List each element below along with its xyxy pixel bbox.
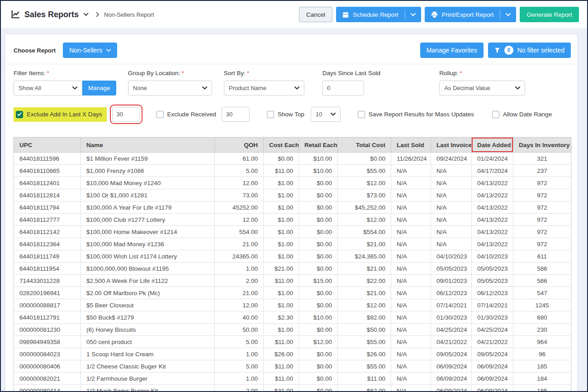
table-cell: N/A xyxy=(391,373,431,385)
filter-items-select[interactable]: Show All xyxy=(14,81,82,96)
group-by-location-select[interactable]: None xyxy=(128,81,212,96)
table-cell: $100,000 Wish List #1174 Lottery xyxy=(81,250,215,263)
rollup-select[interactable]: As Decimal Value xyxy=(439,81,525,96)
sales-reports-page: Sales Reports Non-Sellers Report Cancel … xyxy=(0,0,588,392)
column-header-total-cost[interactable]: Total Cost xyxy=(338,138,391,153)
show-top-value: 10 xyxy=(316,111,322,118)
group-by-location-label: Group By Location: xyxy=(128,70,180,76)
filter-status-button[interactable]: 0 No filter selected xyxy=(488,43,571,58)
table-cell: $1,000 Frenzy #1086 xyxy=(81,165,215,177)
table-cell: 21.00 xyxy=(215,238,264,250)
column-header-upc[interactable]: UPC xyxy=(14,138,81,153)
table-cell: 01/30/2023 xyxy=(472,311,513,324)
table-cell: 2.00 xyxy=(215,385,264,392)
table-cell: 644018111954 xyxy=(14,263,81,275)
table-cell: $5 Beer Closeout xyxy=(81,299,215,311)
rollup-value: As Decimal Value xyxy=(444,85,490,91)
days-since-last-sold-input[interactable] xyxy=(322,81,364,96)
table-cell: $0.00 xyxy=(299,189,338,201)
required-asterisk: * xyxy=(47,70,49,76)
allow-date-range-checkbox[interactable] xyxy=(492,111,499,118)
choose-report-label: Choose Report xyxy=(14,47,56,54)
column-header-last-invoice[interactable]: Last Invoice xyxy=(431,138,472,153)
table-cell: 185 xyxy=(513,385,571,392)
exclude-received-days-input[interactable] xyxy=(222,107,250,122)
exclude-add-checkbox[interactable] xyxy=(16,111,23,118)
report-type-dropdown[interactable]: Non-Sellers xyxy=(63,43,117,58)
table-cell: $22.00 xyxy=(338,275,391,287)
column-header-name[interactable]: Name xyxy=(81,138,215,153)
group-by-location-value: None xyxy=(133,85,147,91)
table-cell: N/A xyxy=(391,177,431,189)
report-panel: Choose Report Non-Sellers Manage Favorit… xyxy=(5,34,577,391)
table-cell: $0.00 xyxy=(338,153,391,165)
column-header-qoh[interactable]: QOH xyxy=(215,138,264,153)
table-cell: N/A xyxy=(431,238,472,250)
column-header-retail-each[interactable]: Retail Each xyxy=(299,138,338,153)
table-cell: N/A xyxy=(391,287,431,299)
table-cell: $1000,000,000 Blowout #1195 xyxy=(81,263,215,275)
generate-report-button[interactable]: Generate Report xyxy=(520,7,579,22)
table-cell: $11.00 xyxy=(264,165,299,177)
table-cell: 972 xyxy=(513,214,571,226)
table-row: 714433011228$2,500 A Week For Life #1122… xyxy=(14,275,571,287)
table-cell: $21.00 xyxy=(264,263,299,275)
table-cell: 73.00 xyxy=(215,189,264,201)
table-cell: $1 Million Fever #1159 xyxy=(81,153,215,165)
table-cell: 04/10/2023 xyxy=(431,250,472,263)
table-cell: 05/05/2023 xyxy=(472,275,513,287)
table-cell: $10.00 xyxy=(299,165,338,177)
schedule-report-dropdown[interactable] xyxy=(405,10,421,19)
table-cell: N/A xyxy=(391,324,431,336)
breadcrumb-current: Non-Sellers Report xyxy=(104,11,154,18)
table-row: 028200196941$2.00 Off Marlboro Pk (Mc)21… xyxy=(14,287,571,299)
column-header-last-sold[interactable]: Last Sold xyxy=(391,138,431,153)
print-export-label: Print/Export Report xyxy=(442,11,494,18)
table-cell: 972 xyxy=(513,177,571,189)
table-row: 644018112777$100,000 Club #1277 Lottery1… xyxy=(14,214,571,226)
table-cell: $21.00 xyxy=(338,263,391,275)
table-cell: $0.00 xyxy=(299,214,338,226)
manage-filter-items-button[interactable]: Manage xyxy=(82,81,116,96)
table-cell: $1.00 xyxy=(264,250,299,263)
print-export-dropdown[interactable] xyxy=(500,10,516,19)
table-cell: $100,000 A Year For Life #1179 xyxy=(81,201,215,214)
chevron-down-icon[interactable] xyxy=(83,13,89,16)
table-cell: 5.00 xyxy=(215,165,264,177)
table-row: 0000000840231 Scoop Hard Ice Cream1.00$2… xyxy=(14,348,571,360)
filter-count-badge: 0 xyxy=(504,46,513,55)
calendar-icon xyxy=(342,11,349,18)
table-cell: 40.00 xyxy=(215,311,264,324)
column-header-date-added[interactable]: Date Added xyxy=(472,138,513,153)
column-header-cost-each[interactable]: Cost Each xyxy=(264,138,299,153)
table-cell: 61.00 xyxy=(215,153,264,165)
table-cell: (6) Honey Biscuits xyxy=(81,324,215,336)
show-top-select[interactable]: 10 xyxy=(311,107,341,122)
table-row: 644018111596$1 Million Fever #115961.00$… xyxy=(14,153,571,165)
table-cell: 098984949358 xyxy=(14,336,81,348)
chevron-down-icon xyxy=(106,49,111,52)
table-cell: $0.00 xyxy=(299,226,338,238)
schedule-report-button[interactable]: Schedule Report xyxy=(336,7,421,22)
show-top-checkbox[interactable] xyxy=(267,111,274,118)
table-cell: $1.00 xyxy=(264,287,299,299)
table-cell: 06/09/2024 xyxy=(431,360,472,373)
exclude-received-checkbox[interactable] xyxy=(156,111,164,118)
cancel-button[interactable]: Cancel xyxy=(299,7,332,22)
table-cell: $12.00 xyxy=(338,214,391,226)
save-mass-updates-checkbox[interactable] xyxy=(358,111,365,118)
sort-by-select[interactable]: Product Name xyxy=(224,81,304,96)
exclude-add-days-input[interactable] xyxy=(112,107,140,122)
table-cell: N/A xyxy=(391,214,431,226)
print-export-button[interactable]: Print/Export Report xyxy=(425,7,517,22)
required-asterisk: * xyxy=(460,70,462,76)
table-cell: 06/09/2024 xyxy=(472,385,513,392)
table-cell: N/A xyxy=(391,360,431,373)
manage-favorites-button[interactable]: Manage Favorites xyxy=(420,43,484,58)
table-cell: $1.00 xyxy=(264,226,299,238)
table-row: 0000000820211/2 Farmhouse Burger1.00$11.… xyxy=(14,373,571,385)
column-header-days-in-inventory[interactable]: Days In Inventory xyxy=(513,138,571,153)
table-cell: 714433011228 xyxy=(14,275,81,287)
table-cell: 07/14/2021 xyxy=(431,299,472,311)
save-mass-updates-label: Save Report Results for Mass Updates xyxy=(369,111,474,118)
